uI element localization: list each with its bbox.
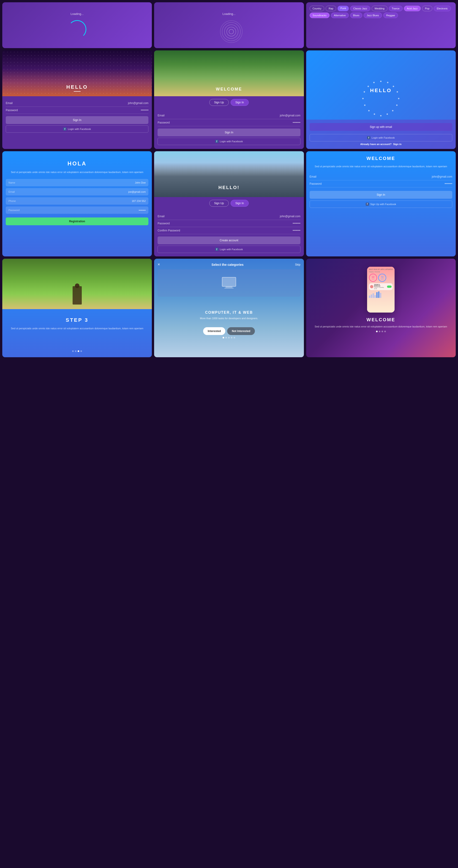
cat-dot-4 bbox=[231, 337, 232, 338]
city-password-row: Password •••••••• bbox=[158, 220, 300, 227]
loading-text-1: Loading... bbox=[70, 12, 84, 16]
tag-reggae[interactable]: Reggae bbox=[383, 12, 398, 18]
stat1-value: 68 bbox=[372, 276, 374, 278]
welcome-blue-password-label: Password bbox=[309, 182, 322, 185]
sign-in-button[interactable]: Sign In bbox=[6, 116, 149, 124]
not-interested-button[interactable]: Not Interested bbox=[227, 327, 255, 335]
tag-alternative[interactable]: Alternative bbox=[331, 12, 349, 18]
city-facebook-icon: f bbox=[215, 248, 219, 251]
tag-punk[interactable]: Punk bbox=[337, 6, 349, 11]
password-value: •••••••• bbox=[141, 108, 149, 112]
app-dot-1 bbox=[376, 331, 378, 332]
bar-chart bbox=[369, 291, 393, 298]
svg-point-16 bbox=[374, 114, 375, 115]
step3-dot-3 bbox=[78, 350, 79, 352]
phone-field[interactable]: Phone 187 234 552 bbox=[6, 197, 149, 205]
tag-pop[interactable]: Pop bbox=[422, 6, 433, 11]
hola-email-value: joe@gmail.com bbox=[128, 190, 145, 193]
city-tab-buttons: Sign Up Sign In bbox=[154, 197, 304, 210]
svg-point-20 bbox=[364, 91, 365, 93]
welcome-blue-facebook-button[interactable]: f Sign Up with Facebook bbox=[309, 200, 452, 208]
outdoor-sign-in-button[interactable]: Sign In bbox=[158, 129, 300, 136]
svg-point-12 bbox=[396, 104, 397, 106]
tag-country[interactable]: Country bbox=[309, 6, 325, 11]
phone-screen: BEST RUN OF: APR 1 UPDATES FAMILY ROOM 6… bbox=[367, 267, 395, 313]
bar-7 bbox=[380, 293, 381, 298]
tab-signup-btn[interactable]: Sign Up bbox=[209, 99, 229, 106]
cat-dot-2 bbox=[225, 337, 227, 338]
svg-point-10 bbox=[397, 91, 398, 93]
welcome-app-title: WELCOME bbox=[367, 317, 395, 322]
outdoor-password-label: Password bbox=[158, 121, 170, 124]
computer-icon bbox=[220, 276, 238, 290]
city-signin-tab[interactable]: Sign In bbox=[231, 200, 249, 207]
tag-soundtracks[interactable]: Soundtracks bbox=[309, 12, 330, 18]
welcome-blue-sign-in-button[interactable]: Sign In bbox=[309, 191, 452, 199]
tag-blues[interactable]: Blues bbox=[350, 12, 362, 18]
tag-acid-jazz[interactable]: Acid Jazz bbox=[404, 6, 421, 11]
categories-content: COMPUTER, IT & WEB More than 1000 tasks … bbox=[158, 310, 300, 320]
cat-dot-1 bbox=[223, 337, 224, 338]
city-email-label: Email bbox=[158, 215, 164, 218]
hello-dark-card: HELLO Email john@gmail.com Password ••••… bbox=[2, 51, 152, 149]
city-signup-tab[interactable]: Sign Up bbox=[209, 200, 229, 207]
hola-password-value: •••••••• bbox=[139, 209, 146, 212]
categories-image bbox=[158, 269, 300, 297]
svg-point-22 bbox=[373, 82, 374, 83]
svg-point-0 bbox=[229, 29, 234, 34]
tag-wedding[interactable]: Wedding bbox=[372, 6, 388, 11]
tag-jazz-blues[interactable]: Jazz Blues bbox=[364, 12, 382, 18]
close-button[interactable]: × bbox=[158, 262, 160, 267]
category-description: More than 1000 tasks for developers and … bbox=[158, 316, 300, 320]
hello-blue-facebook-icon: f bbox=[367, 136, 370, 139]
categories-title: Select the categories bbox=[211, 263, 244, 267]
city-facebook-label: Login with Facebook bbox=[220, 248, 243, 251]
registration-button[interactable]: Registration bbox=[6, 217, 149, 225]
svg-point-15 bbox=[380, 115, 382, 116]
categories-card: × Select the categories Skip COMPUTER, I… bbox=[154, 259, 304, 357]
phone-value: 187 234 552 bbox=[132, 199, 145, 202]
svg-point-9 bbox=[393, 86, 394, 87]
svg-point-13 bbox=[392, 110, 393, 112]
tag-electronic[interactable]: Electronic bbox=[434, 6, 451, 11]
tab-signin-btn[interactable]: Sign In bbox=[231, 99, 249, 106]
phone-family-room: FAMILY ROOM bbox=[369, 271, 393, 273]
sign-in-link[interactable]: Sign in bbox=[393, 143, 402, 146]
tag-classic-jazz[interactable]: Classic Jazz bbox=[350, 6, 370, 11]
welcome-outdoor-card: WELCOME Sign Up Sign In Email john@gmail… bbox=[154, 51, 304, 149]
hello-blue-bottom: Sign up with email f Login with Facebook… bbox=[306, 120, 456, 149]
welcome-blue-email-value: john@gmail.com bbox=[432, 175, 452, 178]
hello-blue-facebook-button[interactable]: f Login with Facebook bbox=[309, 134, 452, 142]
loading-card-1: Loading... bbox=[2, 2, 152, 48]
outdoor-password-value: •••••••• bbox=[293, 121, 300, 124]
phone-stats: 68 BPM 72 BPM bbox=[369, 274, 393, 282]
loading-spinner-2 bbox=[220, 20, 238, 38]
facebook-login-button[interactable]: f Login with Facebook bbox=[6, 125, 149, 133]
svg-point-7 bbox=[380, 81, 382, 82]
category-title: COMPUTER, IT & WEB bbox=[158, 310, 300, 315]
email-field[interactable]: Email joe@gmail.com bbox=[6, 188, 149, 195]
signup-email-button[interactable]: Sign up with email bbox=[309, 123, 452, 131]
tab-buttons-container: Sign Up Sign In bbox=[154, 96, 304, 108]
categories-pagination bbox=[158, 335, 300, 340]
welcome-blue-facebook-label: Sign Up with Facebook bbox=[370, 203, 396, 206]
skip-button[interactable]: Skip bbox=[295, 263, 300, 266]
name-field[interactable]: Name John Doe bbox=[6, 179, 149, 186]
welcome-app-pagination bbox=[374, 329, 388, 334]
outdoor-facebook-label: Login with Facebook bbox=[220, 140, 243, 143]
svg-point-14 bbox=[387, 114, 388, 115]
outdoor-facebook-button[interactable]: f Login with Facebook bbox=[158, 138, 300, 145]
interested-button[interactable]: Interested bbox=[203, 327, 225, 335]
create-account-button[interactable]: Create account bbox=[158, 237, 300, 244]
tag-trance[interactable]: Trance bbox=[389, 6, 402, 11]
welcome-outdoor-hero: WELCOME bbox=[154, 51, 304, 96]
hello-blue-title: HELLO bbox=[370, 88, 392, 93]
city-email-value: john@gmail.com bbox=[280, 215, 300, 218]
bar-1 bbox=[369, 296, 370, 298]
welcome-app-card: BEST RUN OF: APR 1 UPDATES FAMILY ROOM 6… bbox=[306, 259, 456, 357]
city-facebook-button[interactable]: f Login with Facebook bbox=[158, 246, 300, 253]
tag-rap[interactable]: Rap bbox=[326, 6, 336, 11]
password-label: Password bbox=[6, 108, 18, 112]
city-confirm-value: •••••••• bbox=[293, 229, 300, 232]
hola-password-field[interactable]: Password •••••••• bbox=[6, 207, 149, 214]
